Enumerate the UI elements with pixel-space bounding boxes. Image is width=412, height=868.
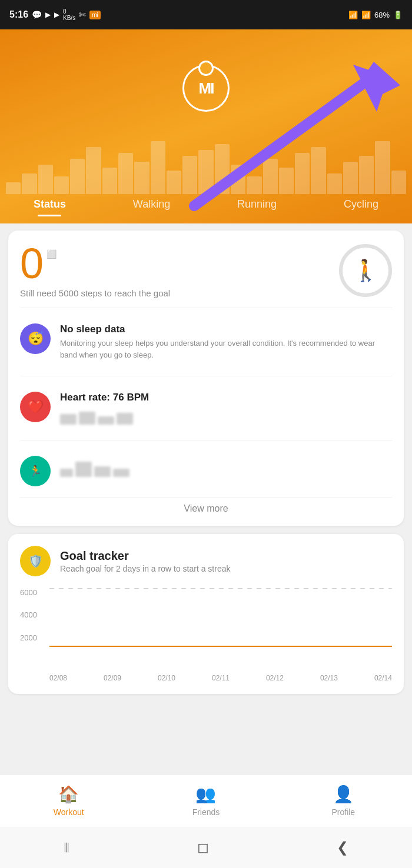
battery-icon: 🔋 — [393, 11, 403, 19]
friends-nav-label: Friends — [192, 807, 220, 817]
sleep-content: No sleep data Monitoring your sleep help… — [60, 323, 392, 360]
goal-text: Goal tracker Reach goal for 2 days in a … — [60, 549, 230, 573]
profile-nav-label: Profile — [331, 807, 355, 817]
goal-title: Goal tracker — [60, 549, 230, 563]
nav-tab-walking[interactable]: Walking — [121, 196, 182, 213]
wifi-icon: 📶 — [348, 11, 358, 19]
y-label-4000: 4000 — [20, 610, 37, 619]
system-nav[interactable]: ⦀ ◻ ❮ — [0, 827, 412, 868]
goal-tracker-card: 🛡️ Goal tracker Reach goal for 2 days in… — [8, 534, 404, 694]
mi-icon: mi — [89, 11, 101, 19]
chart-x-labels: 02/0802/0902/1002/1102/1202/1302/14 — [49, 674, 392, 682]
divider3 — [20, 440, 392, 440]
mi-logo: mi — [182, 65, 230, 112]
status-right: 📶 📶 68% 🔋 — [348, 11, 403, 19]
friends-nav-icon: 👥 — [195, 784, 216, 804]
heart-icon-container: ❤️ — [20, 392, 51, 422]
calories-redacted — [60, 459, 392, 477]
youtube-icon2: ▶ — [54, 11, 59, 19]
dashed-line-6000 — [49, 588, 392, 589]
walk-icon: 🚶 — [353, 258, 379, 283]
heart-title: Heart rate: 76 BPM — [60, 392, 392, 403]
bottom-nav-friends[interactable]: 👥 Friends — [137, 784, 274, 817]
header-section: mi + StatusWalkingRunningCycling — [0, 29, 412, 223]
nav-tabs: StatusWalkingRunningCycling — [0, 189, 412, 223]
x-label-02/08: 02/08 — [49, 674, 67, 682]
nav-tab-cycling[interactable]: Cycling — [332, 196, 390, 213]
message-icon: 💬 — [32, 10, 42, 19]
steps-unit: ⬜ — [46, 249, 57, 259]
steps-info: 0 ⬜ Still need 5000 steps to reach the g… — [20, 242, 170, 298]
heart-rate-row: ❤️ Heart rate: 76 BPM — [20, 386, 392, 430]
sleep-icon: 😴 — [28, 331, 44, 346]
bottom-nav-workout[interactable]: 🏠 Workout — [0, 784, 137, 817]
sleep-row: 😴 No sleep data Monitoring your sleep he… — [20, 318, 392, 366]
walk-circle: 🚶 — [339, 244, 392, 297]
profile-nav-icon: 👤 — [333, 784, 354, 804]
x-label-02/09: 02/09 — [104, 674, 121, 682]
data-speed: 0KB/s — [63, 8, 75, 21]
sleep-description: Monitoring your sleep helps you understa… — [60, 338, 392, 360]
y-label-6000: 6000 — [20, 588, 37, 597]
x-label-02/11: 02/11 — [212, 674, 230, 682]
y-label-2000: 2000 — [20, 633, 37, 642]
goal-subtitle: Reach goal for 2 days in a row to start … — [60, 564, 230, 573]
workout-nav-label: Workout — [54, 807, 84, 817]
goal-header: 🛡️ Goal tracker Reach goal for 2 days in… — [20, 546, 392, 576]
chart-y-labels: 6000 4000 2000 0 — [20, 588, 37, 665]
bottom-nav-profile[interactable]: 👤 Profile — [275, 784, 412, 817]
divider2 — [20, 376, 392, 376]
sleep-icon-container: 😴 — [20, 323, 51, 354]
x-label-02/14: 02/14 — [374, 674, 392, 682]
heart-redacted — [60, 407, 392, 425]
nav-tab-running[interactable]: Running — [225, 196, 288, 213]
sleep-title: No sleep data — [60, 323, 392, 335]
nav-tab-status[interactable]: Status — [22, 196, 78, 213]
bottom-nav: 🏠 Workout 👥 Friends 👤 Profile — [0, 774, 412, 827]
x-label-02/10: 02/10 — [158, 674, 175, 682]
add-button[interactable]: + — [374, 71, 398, 94]
calories-icon-container: 🏃 — [20, 456, 51, 486]
goal-icon-container: 🛡️ — [20, 546, 51, 576]
heart-content: Heart rate: 76 BPM — [60, 392, 392, 425]
signal-icon: 📶 — [361, 11, 371, 19]
chart-area — [49, 588, 392, 665]
steps-card: 0 ⬜ Still need 5000 steps to reach the g… — [8, 231, 404, 526]
youtube-icon: ▶ — [45, 11, 51, 19]
goal-icon: 🛡️ — [28, 554, 43, 568]
x-label-02/13: 02/13 — [320, 674, 338, 682]
status-left: 5:16 💬 ▶ ▶ 0KB/s ✄ mi — [9, 8, 101, 21]
recents-button[interactable]: ⦀ — [64, 839, 69, 856]
tools-icon: ✄ — [79, 10, 86, 19]
main-content: 0 ⬜ Still need 5000 steps to reach the g… — [0, 223, 412, 701]
divider1 — [20, 308, 392, 308]
calories-content — [60, 456, 392, 477]
back-button[interactable]: ❮ — [337, 839, 348, 856]
view-more-button[interactable]: View more — [20, 497, 392, 514]
status-bar: 5:16 💬 ▶ ▶ 0KB/s ✄ mi 📶 📶 68% 🔋 — [0, 0, 412, 29]
workout-nav-icon: 🏠 — [58, 784, 79, 804]
x-label-02/12: 02/12 — [266, 674, 284, 682]
calories-icon: 🏃 — [29, 465, 42, 478]
battery-label: 68% — [374, 11, 390, 19]
orange-baseline — [49, 646, 392, 647]
time-display: 5:16 — [9, 9, 28, 20]
calories-row: 🏃 — [20, 450, 392, 492]
steps-goal: Still need 5000 steps to reach the goal — [20, 288, 170, 298]
home-button[interactable]: ◻ — [197, 839, 209, 856]
goal-chart: 6000 4000 2000 0 02/0802/0902/1002/1102/… — [20, 588, 392, 682]
heart-icon: ❤️ — [28, 399, 44, 415]
steps-count: 0 — [20, 240, 44, 287]
